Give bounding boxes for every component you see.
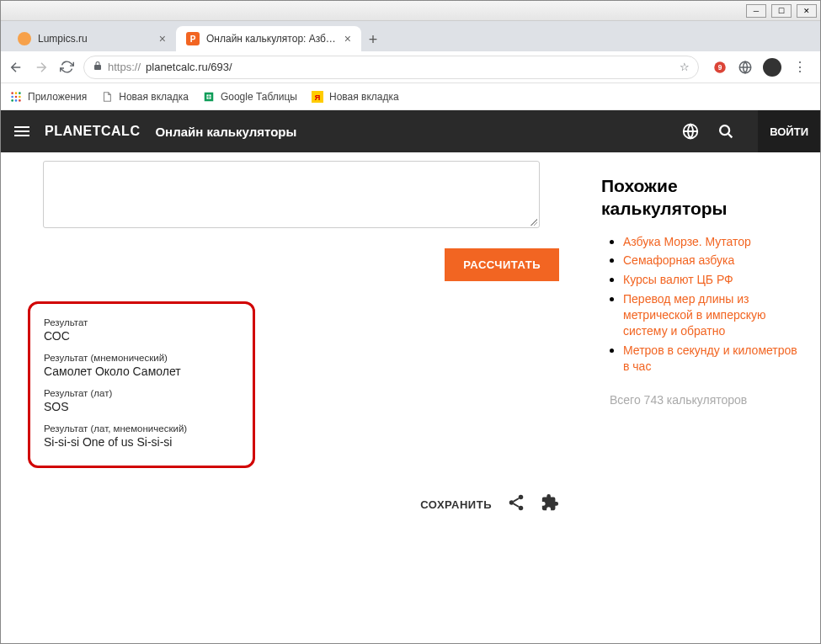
result-label: Результат (лат, мнемонический) [44, 423, 239, 434]
page-icon [100, 90, 114, 104]
plugin-icon[interactable] [541, 493, 559, 515]
main-column: РАССЧИТАТЬ Результат СОС Результат (мнем… [18, 161, 601, 644]
tab-title: Lumpics.ru [38, 33, 152, 45]
bookmarks-bar: Приложения Новая вкладка Google Таблицы … [1, 83, 820, 110]
svg-point-11 [19, 99, 21, 102]
apps-icon [9, 90, 23, 104]
bookmark-item[interactable]: Google Таблицы [202, 90, 297, 104]
search-icon[interactable] [716, 121, 736, 141]
svg-point-22 [519, 506, 524, 511]
svg-point-10 [15, 99, 18, 102]
sheets-icon [202, 90, 216, 104]
svg-point-19 [720, 125, 729, 135]
actions-row: СОХРАНИТЬ [18, 493, 559, 515]
svg-text:9: 9 [718, 64, 722, 72]
result-label: Результат (мнемонический) [44, 353, 239, 363]
sidebar-title: Похожие калькуляторы [601, 174, 803, 221]
reload-button[interactable] [58, 59, 75, 76]
calculate-button[interactable]: РАССЧИТАТЬ [445, 248, 559, 281]
site-header: PLANETCALC Онлайн калькуляторы ВОЙТИ [1, 110, 820, 152]
svg-point-4 [15, 92, 18, 94]
language-icon[interactable] [680, 121, 701, 141]
result-value: Самолет Около Самолет [44, 365, 239, 378]
list-item: Курсы валют ЦБ РФ [623, 272, 803, 288]
menu-icon[interactable] [14, 126, 29, 136]
svg-point-9 [11, 99, 13, 102]
result-label: Результат (лат) [44, 388, 239, 398]
svg-point-5 [19, 92, 21, 94]
svg-point-20 [519, 495, 524, 500]
related-list: Азбука Морзе. Мутатор Семафорная азбука … [601, 234, 803, 375]
result-label: Результат [44, 317, 239, 327]
total-count: Всего 743 калькуляторов [601, 391, 803, 409]
close-tab-icon[interactable]: × [159, 32, 166, 45]
svg-point-8 [19, 95, 21, 98]
maximize-button[interactable]: ☐ [771, 4, 792, 18]
save-button[interactable]: СОХРАНИТЬ [420, 498, 492, 511]
close-tab-icon[interactable]: × [344, 32, 351, 45]
logo-text[interactable]: PLANETCALC [45, 124, 140, 139]
result-value: SOS [44, 400, 239, 413]
url-text: planetcalc.ru/693/ [146, 61, 232, 73]
share-icon[interactable] [507, 493, 525, 515]
tab-title: Онлайн калькулятор: Азбука М… [206, 33, 338, 45]
list-item: Метров в секунду и километров в час [623, 343, 803, 375]
address-bar: https://planetcalc.ru/693/ ☆ 9 ⋮ [1, 51, 820, 83]
svg-point-3 [11, 92, 13, 94]
favicon-icon [18, 32, 31, 45]
star-icon[interactable]: ☆ [680, 61, 690, 73]
list-item: Перевод мер длины из метрической в импер… [623, 291, 803, 339]
bookmark-label: Google Таблицы [221, 91, 297, 103]
close-button[interactable]: ✕ [797, 4, 817, 18]
forward-button[interactable] [33, 59, 50, 76]
sidebar: Похожие калькуляторы Азбука Морзе. Мутат… [601, 161, 803, 644]
svg-point-7 [15, 95, 18, 98]
lock-icon [93, 61, 103, 73]
profile-avatar[interactable] [763, 58, 781, 77]
back-button[interactable] [8, 59, 24, 76]
favicon-icon: P [186, 32, 200, 45]
tab-planetcalc[interactable]: P Онлайн калькулятор: Азбука М… × [176, 26, 361, 51]
content-area: РАССЧИТАТЬ Результат СОС Результат (мнем… [1, 152, 820, 644]
new-tab-button[interactable]: + [361, 28, 385, 51]
window-titlebar: ─ ☐ ✕ [1, 1, 820, 21]
yandex-icon: Я [311, 90, 324, 104]
apps-button[interactable]: Приложения [9, 90, 87, 104]
bookmark-item[interactable]: Я Новая вкладка [311, 90, 399, 104]
svg-point-21 [509, 500, 514, 505]
tab-strip: Lumpics.ru × P Онлайн калькулятор: Азбук… [1, 21, 820, 51]
related-link[interactable]: Метров в секунду и километров в час [623, 343, 797, 373]
input-textarea[interactable] [43, 161, 540, 228]
minimize-button[interactable]: ─ [746, 4, 766, 18]
header-subtitle: Онлайн калькуляторы [155, 125, 296, 139]
bookmark-label: Приложения [28, 91, 87, 103]
login-button[interactable]: ВОЙТИ [758, 110, 820, 152]
bookmark-item[interactable]: Новая вкладка [100, 90, 189, 104]
svg-text:Я: Я [315, 92, 321, 101]
result-value: СОС [44, 329, 239, 343]
bookmark-label: Новая вкладка [329, 91, 399, 103]
browser-window: ─ ☐ ✕ Lumpics.ru × P Онлайн калькулятор:… [0, 0, 821, 644]
url-input[interactable]: https://planetcalc.ru/693/ ☆ [83, 56, 699, 79]
extension-icon[interactable]: 9 [712, 60, 728, 75]
svg-point-6 [11, 95, 13, 98]
results-panel: Результат СОС Результат (мнемонический) … [28, 301, 255, 468]
list-item: Азбука Морзе. Мутатор [623, 234, 803, 250]
extension-icon[interactable] [738, 60, 753, 75]
list-item: Семафорная азбука [623, 253, 803, 269]
result-value: Si-si-si One of us Si-si-si [44, 435, 239, 449]
related-link[interactable]: Семафорная азбука [623, 253, 734, 267]
extensions-area: 9 ⋮ [707, 58, 813, 77]
menu-button[interactable]: ⋮ [792, 59, 808, 76]
related-link[interactable]: Перевод мер длины из метрической в импер… [623, 292, 766, 338]
related-link[interactable]: Курсы валют ЦБ РФ [623, 273, 733, 286]
tab-lumpics[interactable]: Lumpics.ru × [8, 26, 176, 51]
bookmark-label: Новая вкладка [119, 91, 189, 103]
related-link[interactable]: Азбука Морзе. Мутатор [623, 235, 751, 248]
url-scheme: https:// [108, 61, 141, 73]
